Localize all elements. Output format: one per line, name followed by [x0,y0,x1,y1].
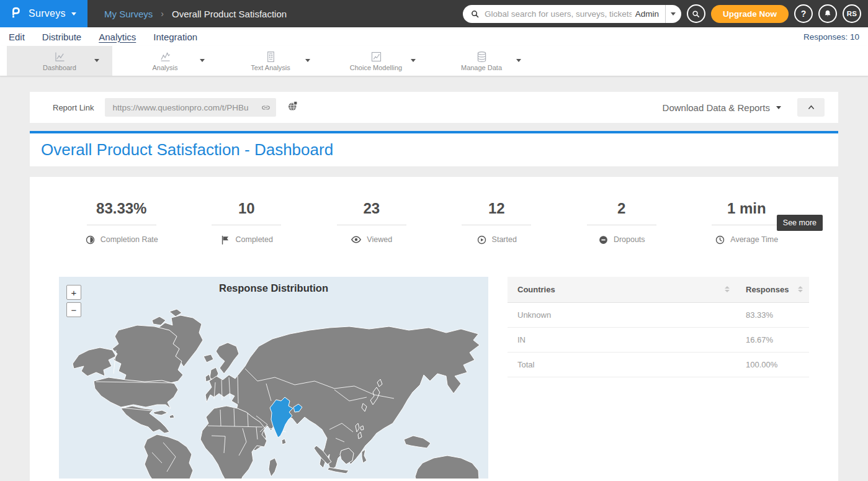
chevron-down-icon [776,106,781,109]
stat-label-row: Completion Rate [85,233,158,246]
chevron-down-icon[interactable] [516,59,521,62]
chevron-down-icon[interactable] [94,59,99,62]
stat-label: Viewed [367,235,392,244]
nav-item-integration[interactable]: Integration [153,32,197,42]
divider [87,225,156,225]
page-title-card: Overall Product Satisfaction - Dashboard [30,133,838,166]
report-url-box [105,98,276,117]
survey-stats-row: 83.33% Completion Rate 10 Completed 23 [59,199,809,246]
toolbar-item-label: Analysis [153,64,178,71]
advanced-search-button[interactable] [687,4,705,23]
collapse-toggle-button[interactable] [797,98,825,117]
column-header-label: Responses [746,285,789,294]
stat-completion-rate: 83.33% Completion Rate [59,199,184,246]
stat-viewed: 23 Viewed [309,199,434,246]
map-zoom-controls: + − [66,285,81,317]
zoom-out-button[interactable]: − [66,302,81,317]
stat-value: 1 min [727,199,766,218]
chevron-down-icon[interactable] [200,59,205,62]
stat-completed: 10 Completed [184,199,310,246]
product-label: Surveys [29,8,66,19]
toolbar-item-label: Choice Modelling [350,64,402,71]
breadcrumb-my-surveys[interactable]: My Surveys [104,9,153,19]
questionpro-logo-icon [9,6,23,22]
report-link-label: Report Link [53,103,94,112]
divider [712,225,781,225]
download-data-reports-dropdown[interactable]: Download Data & Reports [663,102,781,113]
stat-value: 83.33% [96,199,146,218]
stat-label-row: Completed [220,233,273,246]
toolbar-item-manage-data[interactable]: Manage Data [429,46,534,76]
nav-item-edit[interactable]: Edit [9,32,25,42]
stat-dropouts: 2 Dropouts [559,199,684,246]
table-row: Total 100.00% [508,352,809,377]
topbar-actions: Admin Upgrade Now ? RS [463,0,868,27]
nav-item-distribute[interactable]: Distribute [42,32,81,42]
breadcrumb-current: Overall Product Satisfaction [172,9,287,19]
breadcrumb: My Surveys › Overall Product Satisfactio… [87,0,463,27]
flag-icon [220,235,231,245]
stat-label: Completed [236,235,273,244]
country-cell: Total [508,352,736,377]
response-distribution-section: Response Distribution + − [59,277,809,479]
response-distribution-map[interactable]: Response Distribution + − [59,277,488,479]
user-avatar[interactable]: RS [843,4,861,23]
countries-table-wrap: Countries Responses [508,277,809,479]
product-switcher[interactable]: Surveys [0,0,87,27]
chevron-up-icon [807,103,816,112]
toolbar-item-text-analysis[interactable]: Text Analysis [218,46,323,76]
map-title: Response Distribution [59,282,488,294]
toolbar-item-choice-modelling[interactable]: Choice Modelling [323,46,429,76]
column-header-countries[interactable]: Countries [508,277,736,302]
link-icon[interactable] [261,102,271,113]
globe-settings-button[interactable] [287,100,299,115]
divider [587,225,656,225]
breadcrumb-separator: › [161,9,164,19]
stat-label: Completion Rate [101,235,158,244]
responses-count: Responses: 10 [803,32,859,42]
search-input[interactable] [485,9,632,19]
chevron-down-icon[interactable] [305,59,310,62]
dashboard-content: Report Link Download Data & Reports See … [0,92,868,481]
report-url-input[interactable] [112,103,261,112]
world-map[interactable] [59,277,488,479]
stat-label: Dropouts [614,235,645,244]
toolbar-item-label: Text Analysis [251,64,290,71]
database-icon [475,50,488,63]
upgrade-now-button[interactable]: Upgrade Now [711,5,789,23]
search-icon [470,9,480,19]
responses-cell: 16.67% [736,327,809,352]
zoom-in-button[interactable]: + [66,285,81,300]
stat-label-row: Average Time [715,233,778,246]
trend-chart-icon [159,50,172,63]
divider [337,225,406,225]
toolbar-item-label: Dashboard [43,64,76,71]
search-scope-dropdown[interactable] [665,5,681,23]
sort-icon[interactable] [725,286,730,292]
column-header-responses[interactable]: Responses [736,277,809,302]
toolbar-item-analysis[interactable]: Analysis [112,46,218,76]
help-button[interactable]: ? [794,4,813,23]
play-icon [477,235,487,245]
chevron-down-icon[interactable] [411,59,416,62]
sort-icon[interactable] [798,286,803,292]
analytics-toolbar: Dashboard Analysis Text Analysis Choice … [0,46,868,76]
country-cell: Unknown [508,302,736,327]
notifications-button[interactable] [818,4,837,23]
countries-table: Countries Responses [508,277,809,377]
nav-item-analytics[interactable]: Analytics [99,32,136,42]
eye-icon [351,234,362,245]
search-scope-label: Admin [632,9,665,19]
stat-value: 10 [238,199,255,218]
toolbar-item-dashboard[interactable]: Dashboard [7,46,112,76]
clock-icon [715,235,725,245]
responses-cell: 83.33% [736,302,809,327]
line-chart-icon [53,50,66,63]
see-more-tooltip: See more [777,215,823,231]
divider [462,225,531,225]
download-data-reports-label: Download Data & Reports [663,102,770,113]
stat-label: Started [492,235,517,244]
global-search: Admin [463,5,681,23]
top-bar: Surveys My Surveys › Overall Product Sat… [0,0,868,27]
stat-label-row: Started [477,233,517,246]
